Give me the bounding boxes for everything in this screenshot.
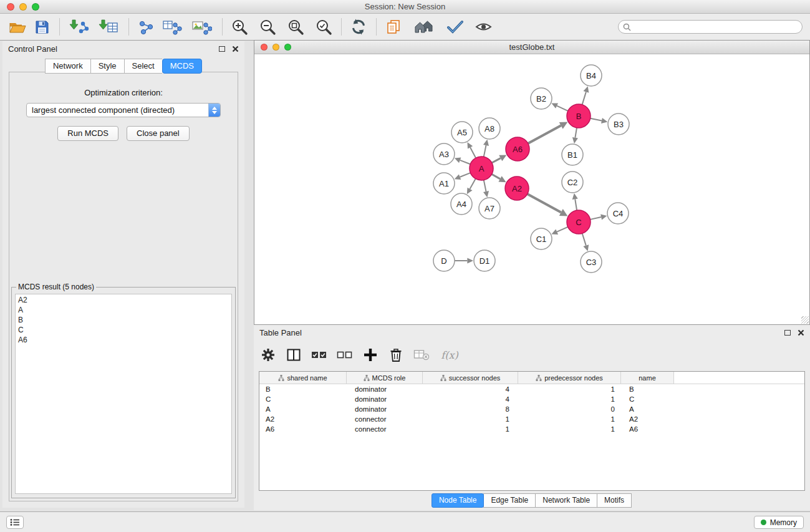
open-session-button[interactable]	[7, 16, 27, 37]
network-from-table-button[interactable]	[160, 16, 185, 37]
close-panel-icon[interactable]	[232, 46, 239, 52]
task-history-button[interactable]	[6, 516, 24, 529]
close-panel-button[interactable]: Close panel	[127, 126, 190, 141]
table-cell[interactable]: 0	[518, 404, 621, 414]
close-window-button[interactable]	[7, 3, 14, 11]
home-button[interactable]	[412, 16, 437, 37]
graph-edge-B-B3[interactable]	[591, 118, 608, 123]
graph-node-C2[interactable]: C2	[562, 172, 583, 193]
graph-edge-C-C3[interactable]	[582, 233, 589, 251]
apply-layout-button[interactable]	[349, 16, 369, 37]
mcds-result-item[interactable]: C	[18, 325, 231, 335]
tab-node-table[interactable]: Node Table	[432, 493, 485, 508]
zoom-out-button[interactable]	[258, 16, 277, 37]
graphics-details-button[interactable]	[445, 16, 465, 37]
zoom-fit-button[interactable]	[286, 16, 306, 37]
graph-edge-A-A8[interactable]	[483, 140, 489, 157]
memory-button[interactable]: Memory	[754, 516, 804, 529]
graph-node-A[interactable]: A	[470, 157, 493, 180]
new-network-button[interactable]	[136, 16, 156, 37]
graph-edge-A-A1[interactable]	[455, 173, 471, 180]
graph-edge-A-A2[interactable]	[492, 174, 506, 182]
graph-node-A5[interactable]: A5	[451, 122, 473, 143]
table-cell[interactable]: 1	[518, 384, 621, 394]
delete-column-button[interactable]	[388, 347, 404, 363]
table-settings-button[interactable]	[260, 347, 276, 363]
graph-node-A2[interactable]: A2	[505, 177, 529, 200]
optimization-criterion-dropdown[interactable]: largest connected component (directed)	[26, 103, 221, 117]
float-table-panel-icon[interactable]	[784, 330, 791, 336]
table-row[interactable]: Cdominator41C	[259, 394, 804, 404]
graph-edge-A-A5[interactable]	[468, 142, 476, 158]
import-network-button[interactable]	[67, 16, 92, 37]
resize-handle-icon[interactable]	[801, 316, 809, 324]
graph-node-A7[interactable]: A7	[479, 198, 500, 219]
graph-edge-B-B1[interactable]	[572, 128, 578, 143]
zoom-in-button[interactable]	[229, 16, 249, 37]
table-cell[interactable]: 4	[423, 384, 518, 394]
zoom-window-button[interactable]	[32, 3, 39, 11]
graph-node-B4[interactable]: B4	[581, 65, 602, 86]
table-cell[interactable]: A	[621, 404, 674, 414]
import-table-button[interactable]	[96, 16, 121, 37]
graph-node-C3[interactable]: C3	[581, 251, 602, 273]
network-close-button[interactable]	[261, 44, 268, 51]
graph-edge-A-A7[interactable]	[483, 180, 489, 198]
tab-network[interactable]: Network	[45, 59, 90, 74]
graph-node-C1[interactable]: C1	[531, 228, 552, 249]
tab-mcds[interactable]: MCDS	[162, 59, 202, 74]
table-cell[interactable]: B	[621, 384, 674, 394]
mcds-result-list[interactable]: A2ABCA6	[15, 294, 232, 494]
mcds-result-item[interactable]: A	[18, 305, 231, 315]
table-cell[interactable]: 1	[518, 414, 621, 424]
table-cell[interactable]: connector	[347, 424, 423, 434]
table-cell[interactable]: 1	[423, 414, 518, 424]
save-session-button[interactable]	[32, 16, 52, 37]
table-row[interactable]: A6connector11A6	[259, 424, 804, 434]
table-row[interactable]: Adominator80A	[259, 404, 804, 414]
column-header-mcds-role[interactable]: MCDS role	[347, 372, 423, 384]
network-zoom-button[interactable]	[284, 44, 291, 51]
dropdown-stepper-icon[interactable]	[208, 103, 220, 117]
graph-node-A4[interactable]: A4	[451, 193, 472, 215]
table-cell[interactable]: A	[259, 404, 347, 414]
graph-node-A8[interactable]: A8	[479, 118, 500, 139]
float-panel-icon[interactable]	[219, 46, 225, 52]
mcds-result-item[interactable]: B	[18, 315, 231, 325]
search-input[interactable]	[634, 22, 798, 31]
mcds-result-item[interactable]: A2	[18, 295, 231, 305]
table-cell[interactable]: 1	[518, 394, 621, 404]
graph-edge-A-A4[interactable]	[467, 179, 476, 195]
column-header-predecessor-nodes[interactable]: predecessor nodes	[518, 372, 621, 384]
delete-table-button[interactable]	[413, 347, 430, 363]
column-header-successor-nodes[interactable]: successor nodes	[423, 372, 518, 384]
tab-select[interactable]: Select	[124, 59, 162, 74]
mcds-result-item[interactable]: A6	[18, 335, 231, 345]
create-column-button[interactable]	[362, 347, 378, 363]
deselect-all-button[interactable]	[337, 347, 353, 363]
graph-node-B3[interactable]: B3	[608, 114, 629, 135]
run-mcds-button[interactable]: Run MCDS	[57, 126, 118, 141]
table-cell[interactable]: dominator	[347, 394, 423, 404]
network-canvas[interactable]: B4B2BB3A5A8A6A3B1AC2A1A2A4A7C4CC1C3DD1	[254, 54, 809, 324]
function-builder-button[interactable]: f(x)	[439, 347, 460, 363]
graph-node-A6[interactable]: A6	[506, 137, 529, 161]
table-cell[interactable]: 1	[423, 424, 518, 434]
graph-edge-A2-C[interactable]	[528, 194, 568, 216]
duplicate-network-button[interactable]	[383, 16, 403, 37]
search-box[interactable]	[618, 20, 803, 34]
table-cell[interactable]: connector	[347, 414, 423, 424]
table-cell[interactable]: 8	[423, 404, 518, 414]
graph-edge-D-D1[interactable]	[455, 258, 473, 263]
table-cell[interactable]: A6	[621, 424, 674, 434]
graph-edge-B-B2[interactable]	[551, 104, 567, 111]
graph-node-C4[interactable]: C4	[607, 203, 629, 224]
graph-node-C[interactable]: C	[567, 210, 591, 234]
table-cell[interactable]: dominator	[347, 404, 423, 414]
table-cell[interactable]: A2	[259, 414, 347, 424]
graph-node-D1[interactable]: D1	[474, 250, 495, 271]
table-cell[interactable]: A6	[259, 424, 347, 434]
graph-edge-C-C1[interactable]	[551, 227, 567, 235]
graph-node-A1[interactable]: A1	[433, 173, 455, 194]
graph-edge-C-C2[interactable]	[572, 193, 578, 210]
